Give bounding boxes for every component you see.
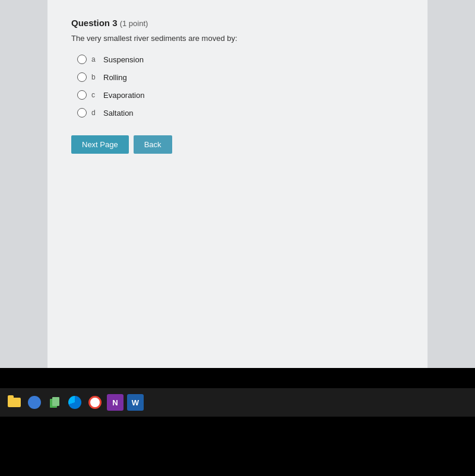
- option-text-c: Evaporation: [103, 91, 144, 100]
- option-item-a[interactable]: a Suspension: [77, 55, 404, 64]
- word-icon[interactable]: W: [127, 394, 144, 411]
- option-letter-a: a: [91, 55, 97, 64]
- option-letter-d: d: [91, 109, 97, 117]
- chrome-shape: [88, 396, 102, 409]
- option-letter-b: b: [91, 73, 97, 81]
- chrome-icon[interactable]: [87, 394, 103, 411]
- globe-icon[interactable]: [26, 394, 43, 411]
- radio-b[interactable]: [77, 72, 87, 82]
- svg-rect-1: [52, 397, 59, 406]
- radio-a[interactable]: [77, 55, 87, 64]
- word-label: W: [132, 398, 139, 407]
- question-text: The very smallest river sediments are mo…: [71, 34, 404, 43]
- option-text-b: Rolling: [103, 73, 127, 82]
- onenote-label: N: [112, 398, 118, 407]
- option-text-d: Saltation: [103, 109, 134, 118]
- screen: Question 3 (1 point) The very smallest r…: [0, 0, 475, 368]
- next-page-button[interactable]: Next Page: [71, 135, 129, 154]
- buttons-area: Next Page Back: [71, 135, 404, 154]
- files-svg: [48, 396, 61, 409]
- option-item-c[interactable]: c Evaporation: [77, 90, 404, 100]
- radio-d[interactable]: [77, 108, 87, 118]
- option-text-a: Suspension: [103, 55, 144, 64]
- folder-icon[interactable]: [6, 394, 23, 411]
- edge-shape: [68, 396, 81, 409]
- files-icon[interactable]: [46, 394, 63, 411]
- options-list: a Suspension b Rolling c Evaporation d S…: [77, 55, 404, 118]
- radio-c[interactable]: [77, 90, 87, 100]
- question-points: (1 point): [120, 19, 148, 28]
- back-button[interactable]: Back: [134, 135, 172, 154]
- globe-shape: [28, 396, 41, 409]
- folder-shape: [8, 398, 21, 407]
- question-number: Question 3: [71, 18, 118, 28]
- taskbar-bar: N W: [0, 388, 475, 417]
- content-area: Question 3 (1 point) The very smallest r…: [48, 0, 428, 368]
- option-item-d[interactable]: d Saltation: [77, 108, 404, 118]
- onenote-icon[interactable]: N: [107, 394, 124, 411]
- edge-icon[interactable]: [66, 394, 83, 411]
- option-item-b[interactable]: b Rolling: [77, 72, 404, 82]
- taskbar: N W: [0, 368, 475, 476]
- question-header: Question 3 (1 point): [71, 18, 404, 28]
- option-letter-c: c: [91, 91, 97, 99]
